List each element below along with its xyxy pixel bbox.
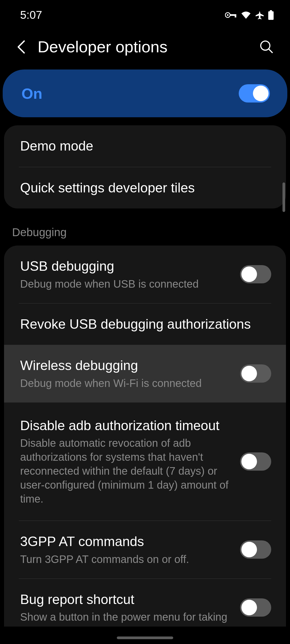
item-title: USB debugging bbox=[20, 258, 229, 275]
item-subtitle: Turn 3GPP AT commands on or off. bbox=[20, 552, 229, 566]
app-bar: Developer options bbox=[0, 27, 290, 69]
disable-adb-timeout-item[interactable]: Disable adb authorization timeout Disabl… bbox=[4, 402, 286, 521]
wireless-debugging-item[interactable]: Wireless debugging Debug mode when Wi-Fi… bbox=[4, 345, 286, 402]
quick-settings-tiles-item[interactable]: Quick settings developer tiles bbox=[4, 167, 286, 209]
item-title: Revoke USB debugging authorizations bbox=[20, 316, 271, 333]
clock: 5:07 bbox=[20, 9, 42, 21]
item-title: Demo mode bbox=[20, 138, 271, 155]
search-icon[interactable] bbox=[259, 40, 274, 54]
battery-icon bbox=[268, 10, 274, 20]
master-toggle-label: On bbox=[21, 85, 42, 102]
usb-debugging-item[interactable]: USB debugging Debug mode when USB is con… bbox=[4, 246, 286, 303]
item-subtitle: Show a button in the power menu for taki… bbox=[20, 610, 229, 624]
vpn-key-icon bbox=[225, 11, 237, 19]
3gpp-at-commands-item[interactable]: 3GPP AT commands Turn 3GPP AT commands o… bbox=[4, 521, 286, 579]
status-icons bbox=[225, 10, 274, 20]
status-bar: 5:07 bbox=[0, 0, 290, 27]
scroll-indicator[interactable] bbox=[282, 182, 285, 212]
demo-mode-item[interactable]: Demo mode bbox=[4, 125, 286, 167]
3gpp-toggle[interactable] bbox=[240, 540, 271, 559]
revoke-usb-auth-item[interactable]: Revoke USB debugging authorizations bbox=[4, 303, 286, 345]
master-toggle-switch[interactable] bbox=[239, 84, 270, 103]
item-subtitle: Debug mode when Wi-Fi is connected bbox=[20, 376, 229, 390]
svg-rect-3 bbox=[235, 14, 236, 17]
disable-adb-timeout-toggle[interactable] bbox=[240, 452, 271, 471]
page-title: Developer options bbox=[38, 38, 168, 56]
item-title: Wireless debugging bbox=[20, 357, 229, 374]
settings-group-debugging: USB debugging Debug mode when USB is con… bbox=[4, 246, 286, 627]
item-subtitle: Disable automatic revocation of adb auth… bbox=[20, 436, 229, 506]
section-header-debugging: Debugging bbox=[0, 221, 290, 246]
svg-point-1 bbox=[227, 14, 229, 16]
svg-rect-5 bbox=[268, 11, 274, 20]
item-title: Quick settings developer tiles bbox=[20, 180, 271, 196]
home-indicator[interactable] bbox=[117, 636, 173, 639]
bug-report-toggle[interactable] bbox=[240, 598, 271, 617]
back-icon[interactable] bbox=[16, 39, 27, 55]
svg-rect-4 bbox=[270, 10, 272, 11]
bug-report-shortcut-item[interactable]: Bug report shortcut Show a button in the… bbox=[4, 579, 286, 627]
svg-line-7 bbox=[269, 49, 272, 53]
item-title: Disable adb authorization timeout bbox=[20, 417, 229, 434]
settings-group-general: Demo mode Quick settings developer tiles bbox=[4, 125, 286, 208]
airplane-icon bbox=[255, 10, 264, 20]
item-title: Bug report shortcut bbox=[20, 591, 229, 608]
item-title: 3GPP AT commands bbox=[20, 533, 229, 550]
item-subtitle: Debug mode when USB is connected bbox=[20, 277, 229, 291]
wireless-debugging-toggle[interactable] bbox=[240, 364, 271, 383]
usb-debugging-toggle[interactable] bbox=[240, 265, 271, 283]
master-toggle-row[interactable]: On bbox=[3, 69, 287, 117]
wifi-icon bbox=[241, 11, 251, 19]
